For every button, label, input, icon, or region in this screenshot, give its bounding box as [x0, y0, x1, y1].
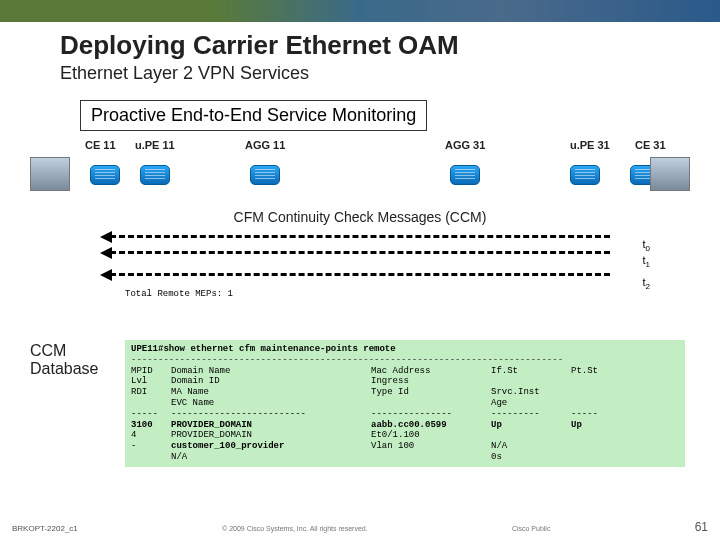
footer-classification: Cisco Public: [512, 525, 551, 532]
building-icon: [30, 157, 70, 191]
terminal-output: UPE11#show ethernet cfm maintenance-poin…: [125, 340, 685, 467]
device-row: [30, 157, 690, 197]
footer-left: BRKOPT-2202_c1: [12, 524, 78, 533]
arrow-icon: t1: [110, 251, 610, 254]
router-icon: [90, 165, 120, 185]
router-icon: [250, 165, 280, 185]
label-agg11: AGG 11: [245, 139, 285, 151]
arrows-area: t0 t1 t2: [30, 229, 690, 283]
device-labels: CE 11 u.PE 11 AGG 11 AGG 31 u.PE 31 CE 3…: [30, 139, 690, 155]
arrow-icon: t2: [110, 273, 610, 276]
label-agg31: AGG 31: [445, 139, 485, 151]
arrow-icon: t0: [110, 235, 610, 238]
router-icon: [140, 165, 170, 185]
time-label-t1: t1: [642, 254, 650, 269]
slide-title: Deploying Carrier Ethernet OAM: [60, 30, 720, 61]
time-label-t2: t2: [642, 276, 650, 291]
decorative-topbar: [0, 0, 720, 22]
label-upe11: u.PE 11: [135, 139, 175, 151]
label-ce31: CE 31: [635, 139, 666, 151]
footer-copyright: © 2009 Cisco Systems, Inc. All rights re…: [222, 525, 368, 532]
ccm-database-label: CCM Database: [30, 342, 99, 379]
section-banner: Proactive End-to-End Service Monitoring: [80, 100, 427, 131]
time-label-t0: t0: [642, 238, 650, 253]
router-icon: [450, 165, 480, 185]
footer: BRKOPT-2202_c1 © 2009 Cisco Systems, Inc…: [0, 520, 720, 534]
label-upe31: u.PE 31: [570, 139, 610, 151]
slide-subtitle: Ethernet Layer 2 VPN Services: [60, 63, 720, 84]
slide-number: 61: [695, 520, 708, 534]
cfm-heading: CFM Continuity Check Messages (CCM): [0, 209, 720, 225]
router-icon: [570, 165, 600, 185]
total-remote-meps: Total Remote MEPs: 1: [125, 289, 720, 299]
separator: ----------------------------------------…: [131, 355, 679, 366]
building-icon: [650, 157, 690, 191]
label-ce11: CE 11: [85, 139, 116, 151]
